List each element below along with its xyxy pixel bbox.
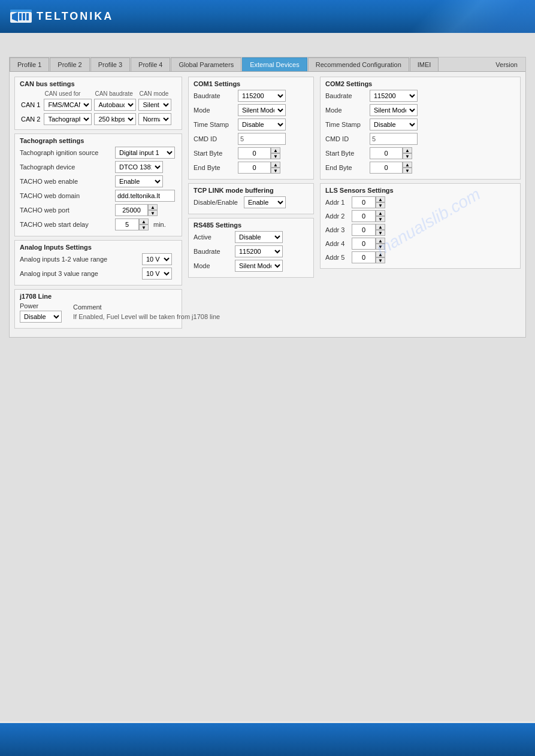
can1-baudrate-select[interactable]: Autobaud 250 kbps 125 kbps xyxy=(94,99,136,111)
com1-endbyte-input[interactable] xyxy=(238,162,271,174)
rs485-active-select[interactable]: Disable Enable xyxy=(235,231,283,243)
com2-endbyte-up[interactable]: ▲ xyxy=(403,162,412,168)
rs485-baudrate-label: Baudrate xyxy=(194,248,232,255)
can-bus-title: CAN bus settings xyxy=(20,80,177,87)
lls-addr4-input[interactable] xyxy=(352,238,376,250)
tacho-web-delay-input[interactable] xyxy=(115,218,139,230)
com2-startbyte-spinner: ▲ ▼ xyxy=(370,147,412,159)
tab-profile1[interactable]: Profile 1 xyxy=(10,57,49,71)
lls-title: LLS Sensors Settings xyxy=(325,187,515,194)
rs485-baudrate-row: Baudrate 115200 57600 38400 19200 9600 xyxy=(194,245,309,257)
table-row: CAN 1 FMS/MCAN Tachograph None xyxy=(20,98,173,112)
right-section: COM2 Settings Baudrate 115200 57600 3840… xyxy=(320,77,521,272)
tab-recommended-configuration[interactable]: Recommended Configuration xyxy=(308,57,409,71)
can1-used-for-select[interactable]: FMS/MCAN Tachograph None xyxy=(44,99,92,111)
com2-baudrate-select[interactable]: 115200 57600 38400 19200 9600 xyxy=(370,90,418,102)
com2-cmdid-input[interactable] xyxy=(370,133,418,145)
can2-baudrate-cell: 250 kbps Autobaud 125 kbps xyxy=(93,112,137,126)
tacho-web-domain-input[interactable] xyxy=(115,190,175,202)
tabs-bar: Profile 1 Profile 2 Profile 3 Profile 4 … xyxy=(10,57,525,72)
lls-addr5-down[interactable]: ▼ xyxy=(376,257,385,263)
can-header-mode: CAN mode xyxy=(137,90,173,98)
tacho-ignition-select[interactable]: Digital input 1 Digital input 2 Digital … xyxy=(115,147,175,159)
j1708-power-row: Power Disable Enable Comment If Enabled,… xyxy=(20,302,177,323)
com1-cmdid-label: CMD ID xyxy=(194,135,235,142)
tacho-device-row: Tachograph device DTCO 1381 DTCO 1381 V2 xyxy=(20,161,177,173)
com2-startbyte-up[interactable]: ▲ xyxy=(403,147,412,153)
can1-mode-select[interactable]: Silent Normal xyxy=(138,99,171,111)
com1-endbyte-up[interactable]: ▲ xyxy=(271,162,280,168)
can-table: CAN used for CAN baudrate CAN mode CAN 1 xyxy=(20,90,173,126)
tacho-ignition-label: Tachograph ignition source xyxy=(20,149,113,156)
lls-addr2-up[interactable]: ▲ xyxy=(376,210,385,216)
config-panel: Profile 1 Profile 2 Profile 3 Profile 4 … xyxy=(9,57,526,338)
lls-addr4-row: Addr 4 ▲ ▼ xyxy=(325,238,515,250)
com2-mode-label: Mode xyxy=(325,107,367,114)
com2-timestamp-select[interactable]: Disable Enable xyxy=(370,119,418,130)
lls-addr3-row: Addr 3 ▲ ▼ xyxy=(325,224,515,236)
lls-addr2-input[interactable] xyxy=(352,210,376,222)
tacho-web-delay-suffix: min. xyxy=(153,221,166,228)
rs485-baudrate-select[interactable]: 115200 57600 38400 19200 9600 xyxy=(235,245,283,257)
can1-baudrate-cell: Autobaud 250 kbps 125 kbps xyxy=(93,98,137,112)
lls-addr5-up[interactable]: ▲ xyxy=(376,251,385,257)
com2-endbyte-btns: ▲ ▼ xyxy=(403,162,412,174)
rs485-mode-select[interactable]: Silent Mode RS232 RS485 xyxy=(235,260,283,272)
com1-startbyte-input[interactable] xyxy=(238,147,271,159)
com1-startbyte-label: Start Byte xyxy=(194,150,235,157)
com1-cmdid-input[interactable] xyxy=(238,133,286,145)
com2-baudrate-row: Baudrate 115200 57600 38400 19200 9600 xyxy=(325,90,515,102)
tacho-device-label: Tachograph device xyxy=(20,163,113,171)
tacho-web-delay-up[interactable]: ▲ xyxy=(139,218,149,224)
lls-addr2-label: Addr 2 xyxy=(325,212,349,220)
com1-timestamp-select[interactable]: Disable Enable xyxy=(238,119,286,130)
lls-addr4-btns: ▲ ▼ xyxy=(376,238,385,250)
tacho-device-select[interactable]: DTCO 1381 DTCO 1381 V2 xyxy=(115,161,163,173)
tab-profile4[interactable]: Profile 4 xyxy=(131,57,170,71)
tacho-web-port-input[interactable] xyxy=(115,204,148,216)
can2-mode-select[interactable]: Normal Silent xyxy=(138,113,171,125)
j1708-power-select[interactable]: Disable Enable xyxy=(20,311,62,323)
lls-addr1-up[interactable]: ▲ xyxy=(376,196,385,202)
tab-profile2[interactable]: Profile 2 xyxy=(50,57,89,71)
can2-baudrate-select[interactable]: 250 kbps Autobaud 125 kbps xyxy=(94,113,136,125)
lls-addr2-down[interactable]: ▼ xyxy=(376,216,385,222)
com2-mode-select[interactable]: Silent Mode RS232 RS485 xyxy=(370,104,418,116)
lls-addr4-down[interactable]: ▼ xyxy=(376,244,385,250)
com1-endbyte-down[interactable]: ▼ xyxy=(271,168,280,174)
tab-profile3[interactable]: Profile 3 xyxy=(90,57,130,71)
lls-sensors-settings: LLS Sensors Settings Addr 1 ▲ ▼ xyxy=(320,183,521,269)
tab-global-parameters[interactable]: Global Parameters xyxy=(171,57,241,71)
lls-addr3-input[interactable] xyxy=(352,224,376,236)
com1-mode-select[interactable]: Silent Mode RS232 RS485 xyxy=(238,104,286,116)
com2-endbyte-spinner: ▲ ▼ xyxy=(370,162,412,174)
tacho-web-delay-down[interactable]: ▼ xyxy=(139,224,149,230)
tcp-link-select[interactable]: Enable Disable xyxy=(244,196,286,208)
com1-startbyte-up[interactable]: ▲ xyxy=(271,147,280,153)
analog-12-select[interactable]: 10 V 30 V xyxy=(142,253,172,265)
lls-addr3-up[interactable]: ▲ xyxy=(376,224,385,230)
lls-addr1-row: Addr 1 ▲ ▼ xyxy=(325,196,515,208)
com2-endbyte-input[interactable] xyxy=(370,162,403,174)
com2-endbyte-down[interactable]: ▼ xyxy=(403,168,412,174)
lls-addr1-down[interactable]: ▼ xyxy=(376,202,385,208)
lls-addr1-input[interactable] xyxy=(352,196,376,208)
analog-3-select[interactable]: 10 V 30 V xyxy=(142,268,172,280)
tacho-web-enable-select[interactable]: Enable Disable xyxy=(115,175,163,187)
content-area: CAN bus settings CAN used for CAN baudra… xyxy=(10,72,525,337)
tab-external-devices[interactable]: External Devices xyxy=(242,57,307,71)
lls-addr3-down[interactable]: ▼ xyxy=(376,230,385,236)
com2-startbyte-input[interactable] xyxy=(370,147,403,159)
lls-addr5-input[interactable] xyxy=(352,251,376,263)
tacho-web-enable-label: TACHO web enable xyxy=(20,178,113,185)
com1-endbyte-label: End Byte xyxy=(194,164,235,171)
rs485-active-row: Active Disable Enable xyxy=(194,231,309,243)
tacho-web-port-up[interactable]: ▲ xyxy=(148,204,158,210)
com1-startbyte-down[interactable]: ▼ xyxy=(271,153,280,159)
tacho-web-port-down[interactable]: ▼ xyxy=(148,210,158,216)
can2-used-for-select[interactable]: Tachograph FMS/MCAN None xyxy=(44,113,92,125)
tab-imei[interactable]: IMEI xyxy=(410,57,439,71)
lls-addr4-up[interactable]: ▲ xyxy=(376,238,385,244)
com1-baudrate-select[interactable]: 115200 57600 38400 19200 9600 xyxy=(238,90,286,102)
com2-startbyte-down[interactable]: ▼ xyxy=(403,153,412,159)
